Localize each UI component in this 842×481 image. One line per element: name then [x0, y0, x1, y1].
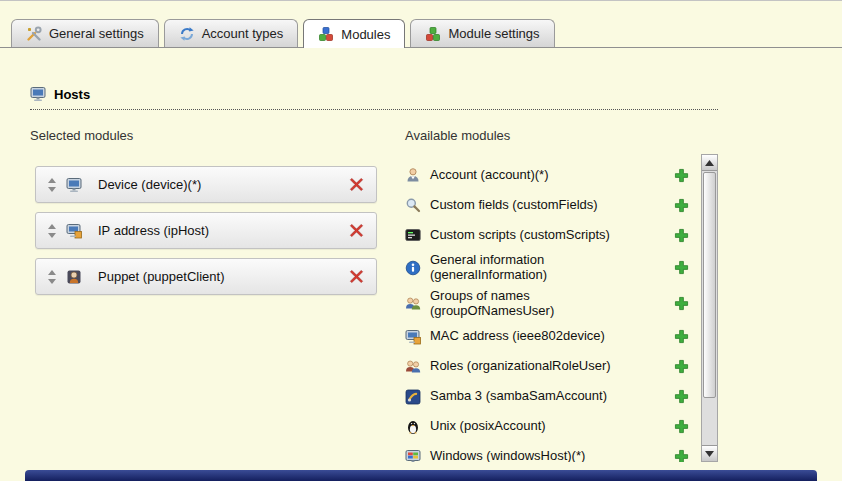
add-module-icon[interactable]: [674, 260, 689, 275]
tab-label: General settings: [49, 26, 144, 41]
window-top-border: [0, 0, 842, 1]
available-module-label: Custom fields (customFields): [430, 198, 598, 213]
available-module-row: Unix (posixAccount): [405, 412, 695, 442]
available-modules-heading: Available modules: [405, 128, 510, 143]
add-module-icon[interactable]: [674, 198, 689, 213]
selected-module-label: Device (device)(*): [98, 177, 349, 192]
add-module-icon[interactable]: [674, 296, 689, 311]
add-module-icon[interactable]: [674, 329, 689, 344]
settings-tabbar: General settings Account types Modules: [0, 19, 842, 48]
wrench-icon: [26, 26, 42, 42]
scrollbar-thumb[interactable]: [703, 172, 716, 398]
drag-handle-icon[interactable]: [48, 178, 66, 192]
samba-icon: [405, 389, 421, 405]
available-module-label: Unix (posixAccount): [430, 419, 546, 434]
tab-general-settings[interactable]: General settings: [11, 19, 159, 47]
available-module-row: Roles (organizationalRoleUser): [405, 352, 695, 382]
roles-icon: [405, 359, 421, 375]
add-module-icon[interactable]: [674, 389, 689, 404]
available-module-row: Windows (windowsHost)(*): [405, 442, 695, 462]
available-module-row: MAC address (ieee802device): [405, 322, 695, 352]
hosts-section-header: Hosts: [30, 86, 718, 110]
available-module-label: Account (account)(*): [430, 168, 549, 183]
available-module-row: Samba 3 (sambaSamAccount): [405, 382, 695, 412]
available-module-label: Windows (windowsHost)(*): [430, 449, 585, 462]
tab-account-types[interactable]: Account types: [164, 19, 299, 47]
available-module-label: Custom scripts (customScripts): [430, 228, 610, 243]
available-module-row: Groups of names (groupOfNamesUser): [405, 286, 695, 322]
sync-icon: [179, 26, 195, 42]
remove-module-icon[interactable]: [349, 177, 364, 192]
modules-icon: [318, 26, 334, 42]
computer-icon: [30, 86, 46, 102]
add-module-icon[interactable]: [674, 449, 689, 462]
script-icon: [405, 227, 421, 243]
footer-bar: [25, 470, 817, 481]
info-icon: [405, 260, 421, 276]
available-module-label: General information (generalInformation): [430, 253, 645, 283]
selected-module-row[interactable]: Puppet (puppetClient): [35, 258, 377, 295]
windows-icon: [405, 449, 421, 462]
selected-module-label: IP address (ipHost): [98, 223, 349, 238]
puppet-icon: [66, 269, 82, 285]
account-icon: [405, 167, 421, 183]
tab-module-settings[interactable]: Module settings: [410, 19, 554, 47]
available-modules-scrollbar[interactable]: [701, 154, 718, 462]
module-settings-icon: [425, 26, 441, 42]
ip-address-icon: [66, 223, 82, 239]
available-module-label: Roles (organizationalRoleUser): [430, 359, 611, 374]
tab-label: Modules: [341, 27, 390, 42]
available-module-row: Account (account)(*): [405, 160, 695, 190]
magnifier-icon: [405, 197, 421, 213]
selected-modules-heading: Selected modules: [30, 128, 133, 143]
drag-handle-icon[interactable]: [48, 224, 66, 238]
tab-label: Account types: [202, 26, 284, 41]
add-module-icon[interactable]: [674, 359, 689, 374]
add-module-icon[interactable]: [674, 419, 689, 434]
remove-module-icon[interactable]: [349, 223, 364, 238]
group-icon: [405, 296, 421, 312]
available-module-label: Samba 3 (sambaSamAccount): [430, 389, 607, 404]
drag-handle-icon[interactable]: [48, 270, 66, 284]
scroll-down-icon[interactable]: [702, 445, 717, 461]
add-module-icon[interactable]: [674, 228, 689, 243]
section-title: Hosts: [54, 87, 90, 102]
available-module-label: MAC address (ieee802device): [430, 329, 605, 344]
remove-module-icon[interactable]: [349, 269, 364, 284]
add-module-icon[interactable]: [674, 168, 689, 183]
mac-address-icon: [405, 329, 421, 345]
available-module-row: Custom scripts (customScripts): [405, 220, 695, 250]
selected-module-row[interactable]: IP address (ipHost): [35, 212, 377, 249]
selected-module-label: Puppet (puppetClient): [98, 269, 349, 284]
available-module-row: General information (generalInformation): [405, 250, 695, 286]
available-modules-list: Account (account)(*) Custom fields (cust…: [405, 160, 695, 462]
penguin-icon: [405, 419, 421, 435]
tab-modules[interactable]: Modules: [303, 19, 405, 48]
tab-label: Module settings: [448, 26, 539, 41]
available-module-row: Custom fields (customFields): [405, 190, 695, 220]
device-icon: [66, 177, 82, 193]
available-module-label: Groups of names (groupOfNamesUser): [430, 289, 645, 319]
scroll-up-icon[interactable]: [702, 155, 717, 171]
selected-modules-list: Device (device)(*) IP address (ipHost): [35, 166, 377, 304]
selected-module-row[interactable]: Device (device)(*): [35, 166, 377, 203]
